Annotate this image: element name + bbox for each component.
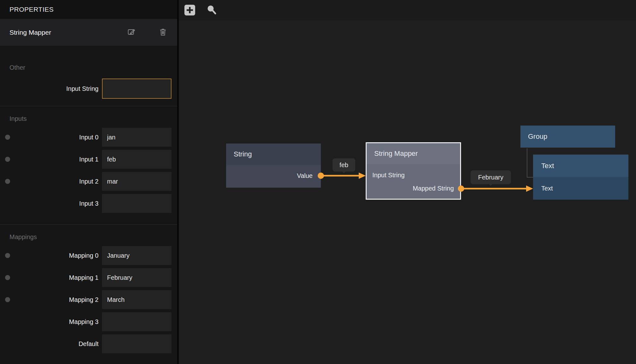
default-field[interactable] xyxy=(102,334,171,353)
connection-value: feb xyxy=(339,161,348,169)
property-row-mapping-2: Mapping 2 xyxy=(0,290,171,309)
properties-panel-header: PROPERTIES xyxy=(0,0,177,19)
property-row-mapping-0: Mapping 0 xyxy=(0,246,171,265)
property-row-input-3: Input 3 xyxy=(0,194,171,213)
property-label: Input 0 xyxy=(0,134,102,141)
search-button[interactable] xyxy=(206,4,218,16)
input-3-field[interactable] xyxy=(102,194,171,213)
node-title: Text xyxy=(541,162,554,170)
selected-node-title: String Mapper xyxy=(9,29,51,36)
delete-node-button[interactable] xyxy=(159,28,166,37)
canvas-toolbar xyxy=(179,0,636,20)
property-label: Mapping 2 xyxy=(0,296,102,303)
mapping-2-field[interactable] xyxy=(102,290,171,309)
node-text[interactable]: Text Text xyxy=(533,155,628,200)
add-node-button[interactable] xyxy=(184,5,195,15)
property-label: Default xyxy=(0,340,102,348)
port-label: Input String xyxy=(372,172,405,179)
node-string-body: Value xyxy=(226,165,321,188)
port-label: Mapped String xyxy=(413,185,454,192)
section-mappings: Mappings Mapping 0 Mapping 1 Mapping 2 M… xyxy=(0,225,177,364)
property-label: Input 2 xyxy=(0,178,102,185)
property-row-mapping-1: Mapping 1 xyxy=(0,268,171,287)
node-string[interactable]: String Value xyxy=(226,144,321,188)
property-label: Input String xyxy=(0,85,102,92)
node-string-mapper-header: String Mapper xyxy=(367,143,460,164)
input-port-text[interactable]: Text xyxy=(533,182,628,195)
editor-area: String Value String Mapper Input String … xyxy=(179,0,636,364)
port-label: Value xyxy=(297,172,313,179)
property-row-input-0: Input 0 xyxy=(0,128,171,147)
node-title: String xyxy=(234,150,252,158)
input-port-input-string[interactable]: Input String xyxy=(367,168,460,182)
properties-panel: PROPERTIES String Mapper xyxy=(0,0,177,364)
property-row-input-2: Input 2 xyxy=(0,172,171,191)
property-row-input-1: Input 1 xyxy=(0,150,171,169)
connection-value-tooltip: feb xyxy=(333,158,355,172)
node-group[interactable]: Group xyxy=(520,126,615,148)
property-row-mapping-3: Mapping 3 xyxy=(0,312,171,331)
section-other: Other Input String xyxy=(0,46,177,106)
property-label: Mapping 3 xyxy=(0,318,102,326)
output-port-value[interactable]: Value xyxy=(226,169,321,182)
mapping-0-field[interactable] xyxy=(102,246,171,265)
input-1-field[interactable] xyxy=(102,150,171,169)
connection-value: February xyxy=(478,174,503,181)
mapping-3-field[interactable] xyxy=(102,312,171,331)
input-string-field[interactable] xyxy=(102,79,171,99)
port-label: Text xyxy=(541,185,553,192)
search-icon xyxy=(206,12,218,17)
property-label: Input 1 xyxy=(0,156,102,163)
output-port-mapped-string[interactable]: Mapped String xyxy=(367,182,460,195)
node-string-header: String xyxy=(226,144,321,165)
section-other-label: Other xyxy=(9,63,177,72)
section-mappings-label: Mappings xyxy=(9,233,177,241)
trash-icon xyxy=(159,28,166,37)
node-string-mapper-body: Input String Mapped String xyxy=(367,164,460,199)
node-title: String Mapper xyxy=(374,150,418,158)
connection-value-tooltip: February xyxy=(471,170,511,184)
connection-indicator-dot xyxy=(5,179,10,184)
section-inputs: Inputs Input 0 Input 1 Input 2 Input 3 xyxy=(0,106,177,224)
node-text-header: Text xyxy=(533,155,628,177)
properties-panel-body: Other Input String Inputs Input 0 Input … xyxy=(0,46,177,364)
node-group-header: Group xyxy=(520,126,615,148)
property-label: Mapping 1 xyxy=(0,274,102,281)
input-2-field[interactable] xyxy=(102,172,171,191)
property-label: Input 3 xyxy=(0,200,102,207)
section-inputs-label: Inputs xyxy=(9,114,177,123)
connection-arrowhead xyxy=(526,185,533,192)
connection-arrowhead xyxy=(359,173,366,179)
selected-node-row: String Mapper xyxy=(0,19,177,46)
node-canvas[interactable]: String Value String Mapper Input String … xyxy=(179,20,636,364)
mapping-1-field[interactable] xyxy=(102,268,171,287)
connection-indicator-dot xyxy=(5,275,10,280)
connection-indicator-dot xyxy=(5,135,10,140)
input-0-field[interactable] xyxy=(102,128,171,147)
hierarchy-connector-line xyxy=(527,148,533,177)
properties-panel-title: PROPERTIES xyxy=(9,6,54,13)
node-text-body: Text xyxy=(533,177,628,200)
property-row-input-string: Input String xyxy=(0,79,171,99)
node-title: Group xyxy=(528,132,547,141)
node-string-mapper[interactable]: String Mapper Input String Mapped String xyxy=(366,142,461,200)
property-row-default: Default xyxy=(0,334,171,353)
connection-indicator-dot xyxy=(5,253,10,258)
connection-indicator-dot xyxy=(5,297,10,302)
edit-node-button[interactable] xyxy=(127,28,135,37)
property-label: Mapping 0 xyxy=(0,252,102,259)
edit-icon xyxy=(127,28,135,37)
connection-indicator-dot xyxy=(5,157,10,162)
